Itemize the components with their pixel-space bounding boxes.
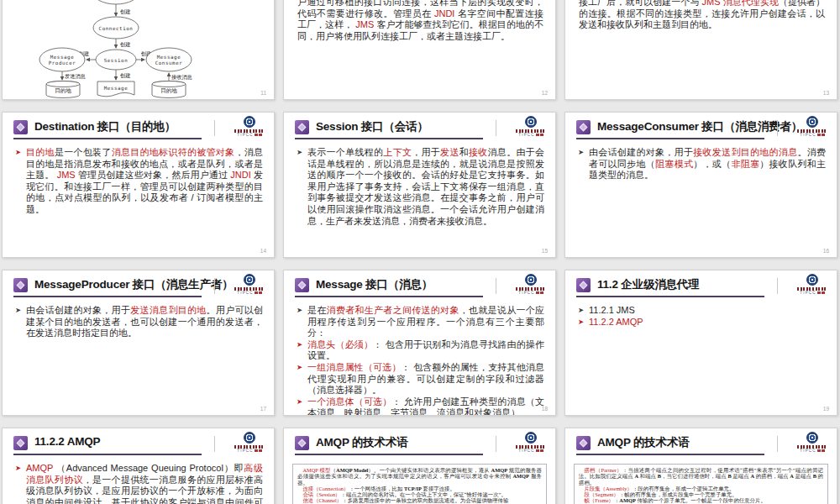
university-logo: TIPCC [793,432,832,464]
text-run: 11.2.1 JMS [589,305,635,315]
text-run: TCP/IP [404,486,422,491]
university-logo: TIPCC [512,432,550,464]
text-run: 一个消息体（可选） [307,396,391,407]
bullet-item: ➤AMQP （Advanced Message Queuing Protocol… [15,463,263,504]
bullet-item: ➤目的地是一个包装了消息目的地标识符的被管对象，消息目的地是指消息发布和接收的地… [15,147,263,216]
slide-body: ➤目的地是一个包装了消息目的地标识符的被管对象，消息目的地是指消息发布和接收的地… [15,147,263,216]
slide-title: Session 接口（会话） [316,119,428,134]
logo-stamp-icon [255,134,258,137]
term-paragraph: 片段集（Assembly）：段的有序集合，形成一个逻辑工作单元。 [579,486,823,491]
slide-thumbnail-page-19[interactable]: 11.2 企业级消息代理TIPCC➤11.2.1 JMS➤11.2.2 AMQP… [564,270,837,416]
text-run: 由会话创建的对象，用于 [26,305,130,315]
slide-sorter-board: 创建Connection创建Session创建创建MessageProducer… [0,0,840,504]
title-underline [13,454,202,455]
bullet-item: ➤11.2.1 JMS [578,305,826,317]
bullet-arrow-icon: ➤ [297,305,302,317]
text-run: 段（Segment） [584,491,619,497]
university-logo: TIPCC [230,116,269,148]
text-run: 接工厂后，就可以创建一个与 [579,0,702,7]
bullet-item: ➤由会话创建的对象，用于发送消息到目的地。用户可以创建某个目的地的发送者，也可以… [15,305,263,339]
slide-page-number: 15 [542,248,548,254]
logo-acronym: TIPCC [518,291,535,295]
term-paragraph: AMQP 模型（AMQP Model）。一个由关键实体和语义表示的逻辑框架，遵从… [297,467,542,486]
logo-stamp-icon [536,134,539,137]
university-logo: TIPCC [512,274,550,306]
logo-acronym: TIPCC [237,449,254,453]
text-run: 套接字连接。 [422,486,455,491]
header-divider [777,278,778,294]
text-run: ：多路复用连接中的一条独立的双向数据流通道。为会话提供物理传输 [342,497,508,503]
text-run: （Advanced Message Queuing Protocol）即 [53,463,244,473]
university-seal-icon [806,274,818,286]
connection-factory-node [92,0,139,4]
svg-text:Message: Message [104,86,129,92]
title-gem-icon [576,120,591,134]
slide-body: ➤表示一个单线程的上下文，用于发送和接收消息。由于会话是单线程的，所以消息是连续… [297,147,544,227]
text-run: ，用于 [412,147,440,157]
header-divider [214,120,215,136]
slide-thumbnail-page-12[interactable]: 户通过可移植的接口访问连接，这样当下层的实现改变时，代码不需要进行修改。管理员在… [283,0,556,100]
text-run: 帧（Frame） [584,497,614,503]
jms-object-model-diagram: 创建Connection创建Session创建创建MessageProducer… [3,0,275,100]
text-run: 消息头（必须） [307,339,373,349]
slide-thumbnail-page-15[interactable]: Session 接口（会话）TIPCC➤表示一个单线程的上下文，用于发送和接收消… [283,112,556,258]
text-run: AMQP Model [336,467,368,473]
slide-thumbnail[interactable]: 11.2.2 AMQPTIPCC➤AMQP （Advanced Message … [2,428,275,504]
slide-page-number: 13 [823,90,829,96]
text-run: 是一个包装了 [55,147,112,157]
slide-thumbnail[interactable]: AMQP 的技术术语TIPCCAMQP 模型（AMQP Model）。一个由关键… [283,428,556,504]
university-seal-icon [806,116,818,128]
title-underline [576,138,764,139]
bullet-arrow-icon: ➤ [578,305,584,317]
logo-stamp-icon [255,449,258,453]
text-run: 由会话创建的对象，用于 [589,147,693,157]
svg-text:发送消息: 发送消息 [65,73,87,80]
text-run: 和 [459,147,469,157]
header-divider [496,436,496,452]
term-paragraph: 搭档（Partner）：当描述两个端点之间的交互过程时，使用术语“搭档”来表示“… [579,467,823,486]
text-run: 是端点 [732,473,751,479]
logo-stamp-icon [822,291,825,295]
terms-text-box: 搭档（Partner）：当描述两个端点之间的交互过程时，使用术语“搭档”来表示“… [574,464,828,504]
slide-thumbnail-page-11[interactable]: 创建Connection创建Session创建创建MessageProducer… [2,0,275,100]
university-seal-icon [806,432,818,444]
text-run: 连接（Connection） [302,486,349,491]
bullet-arrow-icon: ➤ [297,362,302,374]
slide-thumbnail[interactable]: AMQP 的技术术语TIPCC搭档（Partner）：当描述两个端点之间的交互过… [564,428,837,504]
header-divider [496,278,496,294]
bullet-arrow-icon: ➤ [15,147,21,159]
slide-title: Destination 接口（目的地） [34,119,176,134]
text-run: JNDI [434,8,454,18]
university-seal-icon [244,116,255,128]
slide-title: 11.2 企业级消息代理 [597,277,699,292]
text-run: 发送消息到目的地 [130,305,206,315]
title-underline [576,454,764,455]
slide-body: ➤由会话创建的对象，用于发送消息到目的地。用户可以创建某个目的地的发送者，也可以… [15,305,263,339]
university-logo: TIPCC [793,274,832,306]
slide-thumbnail-page-14[interactable]: Destination 接口（目的地）TIPCC➤目的地是一个包装了消息目的地标… [2,112,275,258]
bullet-arrow-icon: ➤ [578,147,584,159]
logo-stamp-icon [259,134,262,137]
svg-text:目的地: 目的地 [160,87,177,94]
slide-thumbnail-page-18[interactable]: Message 接口（消息）TIPCC➤是在消费者和生产者之间传送的对象，也就是… [283,270,556,416]
university-seal-icon [244,274,255,286]
title-underline [13,296,202,297]
text-run: ：一个网络连接，比如 [349,486,404,491]
text-run: 接收 [469,147,488,157]
slide-body: ➤11.2.1 JMS➤11.2.2 AMQP [578,305,826,328]
text-run: AMQP 模型 [302,467,330,473]
bullet-arrow-icon: ➤ [297,339,302,351]
bullet-item: ➤一组消息属性（可选）： 包含额外的属性，支持其他消息代理实现和用户的兼容。可以… [297,362,544,396]
slide-thumbnail-page-16[interactable]: MessageConsumer 接口（消息消费者）TIPCC➤由会话创建的对象，… [564,112,837,258]
bullet-arrow-icon: ➤ [297,396,302,408]
slide-thumbnail-page-13[interactable]: 接工厂后，就可以创建一个与 JMS 消息代理实现（提供者）的连接。根据不同的连接… [564,0,837,100]
logo-stamp-icon [540,291,543,295]
text-run: 发送 [440,147,459,157]
term-paragraph: 帧（Frame）：AMQP 传输的一个原子单元。一个帧是一个段中的任意分片。 [579,497,823,503]
header-divider [496,120,496,136]
slide-thumbnail-page-17[interactable]: MessageProducer 接口（消息生产者）TIPCC➤由会话创建的对象，… [2,270,275,416]
logo-stamp-icon [540,134,543,137]
svg-text:Consumer: Consumer [155,60,183,66]
title-gem-icon [13,436,28,450]
logo-stamp-icon [536,449,539,453]
